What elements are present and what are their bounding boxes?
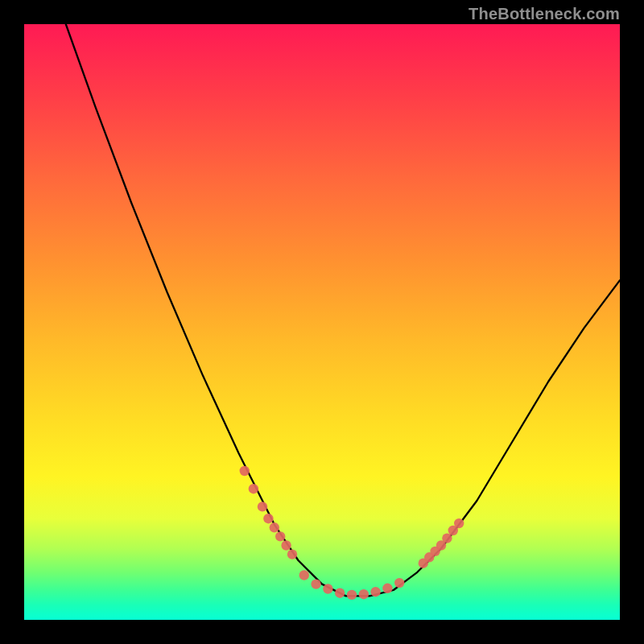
svg-point-12 [347,590,357,600]
svg-point-4 [270,522,279,532]
chart-svg [24,24,620,620]
svg-point-0 [240,466,250,476]
data-markers [240,466,464,600]
svg-point-6 [281,540,291,550]
svg-point-2 [258,502,267,511]
svg-point-13 [359,589,369,599]
svg-point-7 [287,549,297,559]
chart-plot-area [24,24,620,620]
svg-point-11 [335,588,345,598]
svg-point-14 [370,587,380,597]
svg-point-15 [382,584,392,593]
watermark-text: TheBottleneck.com [469,5,620,23]
svg-point-8 [299,570,309,580]
svg-point-3 [263,514,273,523]
svg-point-5 [275,531,285,541]
curve-line [66,24,620,596]
chart-frame: TheBottleneck.com [0,0,644,644]
svg-point-16 [394,578,404,588]
svg-point-1 [249,484,258,493]
svg-point-23 [454,518,464,528]
svg-point-10 [323,584,332,593]
svg-point-9 [311,579,320,588]
